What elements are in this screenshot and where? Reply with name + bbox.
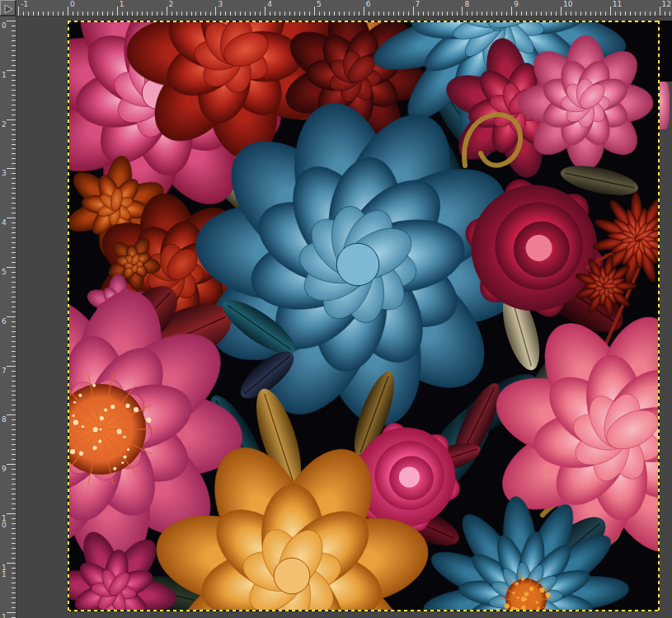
play-triangle-icon: [2, 3, 14, 15]
ruler-tick: [329, 12, 330, 16]
ruler-tick: [398, 12, 399, 16]
ruler-tick: [73, 12, 73, 16]
ruler-number: 4: [267, 1, 272, 7]
ruler-tick: [172, 12, 172, 16]
ruler-tick: [53, 12, 54, 16]
ruler-tick: [12, 178, 16, 179]
ruler-tick: [610, 7, 611, 16]
image-canvas[interactable]: [68, 21, 660, 611]
vertical-ruler[interactable]: 01234567891 01 11 2: [0, 16, 16, 618]
ruler-tick: [339, 12, 340, 16]
ruler-tick: [12, 183, 16, 184]
ruler-tick: [12, 499, 16, 499]
ruler-tick: [452, 12, 453, 16]
ruler-tick: [12, 429, 16, 430]
ruler-tick: [122, 12, 123, 16]
ruler-tick: [265, 7, 266, 16]
ruler-tick: [7, 119, 16, 120]
ruler-tick: [18, 7, 19, 16]
ruler-number: 12: [662, 1, 671, 7]
ruler-tick: [12, 508, 16, 509]
ruler-number: 1: [120, 1, 125, 7]
ruler-tick: [590, 12, 591, 16]
ruler-tick: [7, 414, 16, 415]
ruler-tick: [536, 12, 537, 16]
ruler-tick: [12, 272, 16, 273]
ruler-tick: [12, 583, 16, 583]
ruler-tick: [260, 12, 261, 16]
ruler-tick: [12, 449, 16, 450]
ruler-tick: [620, 12, 621, 16]
layer-boundary-bottom: [68, 610, 660, 611]
ruler-tick: [12, 400, 16, 400]
ruler-tick: [12, 153, 16, 154]
ruler-tick: [442, 12, 443, 16]
ruler-tick: [147, 12, 148, 16]
ruler-tick: [28, 12, 29, 16]
ruler-tick: [12, 90, 16, 91]
ruler-corner-button[interactable]: [0, 0, 16, 16]
ruler-tick: [43, 12, 44, 16]
ruler-tick: [12, 85, 16, 86]
ruler-number: 10: [563, 1, 572, 7]
ruler-number: 5: [2, 269, 7, 275]
ruler-tick: [12, 252, 16, 253]
ruler-number: 0: [70, 1, 75, 7]
ruler-tick: [186, 12, 187, 16]
ruler-tick: [571, 12, 571, 16]
ruler-tick: [294, 12, 295, 16]
ruler-tick: [561, 7, 562, 16]
ruler-tick: [496, 12, 497, 16]
ruler-tick: [12, 222, 16, 223]
ruler-tick: [364, 7, 364, 16]
ruler-tick: [12, 489, 16, 489]
ruler-tick: [92, 12, 93, 16]
ruler-tick: [7, 168, 16, 169]
ruler-tick: [12, 518, 16, 519]
ruler-tick: [299, 12, 300, 16]
ruler-tick: [12, 391, 16, 391]
ruler-tick: [12, 30, 16, 31]
ruler-tick: [117, 7, 118, 16]
canvas-overflow-petal: [660, 82, 670, 129]
ruler-tick: [12, 459, 16, 460]
ruler-number: 9: [2, 466, 7, 472]
ruler-tick: [334, 12, 335, 16]
ruler-tick: [97, 12, 98, 16]
ruler-number: 9: [514, 1, 519, 7]
ruler-tick: [12, 144, 16, 145]
ruler-tick: [12, 553, 16, 554]
ruler-tick: [12, 232, 16, 233]
ruler-tick: [12, 395, 16, 396]
ruler-tick: [38, 12, 39, 16]
ruler-tick: [87, 12, 88, 16]
ruler-tick: [12, 592, 16, 593]
ruler-number: 6: [2, 318, 7, 325]
ruler-tick: [12, 479, 16, 480]
ruler-tick: [615, 12, 616, 16]
ruler-tick: [566, 12, 566, 16]
layer-boundary-left: [68, 21, 69, 611]
horizontal-ruler[interactable]: -10123456789101112: [16, 0, 672, 16]
ruler-tick: [12, 134, 16, 135]
ruler-tick: [12, 346, 16, 347]
ruler-tick: [576, 12, 576, 16]
ruler-tick: [506, 12, 507, 16]
ruler-tick: [195, 12, 196, 16]
ruler-tick: [645, 12, 646, 16]
ruler-tick: [181, 12, 182, 16]
ruler-tick: [12, 538, 16, 539]
ruler-tick: [142, 12, 143, 16]
ruler-tick: [12, 410, 16, 410]
ruler-tick: [12, 193, 16, 194]
ruler-tick: [12, 588, 16, 588]
ruler-tick: [12, 351, 16, 352]
ruler-number: 11: [613, 1, 622, 7]
ruler-tick: [33, 12, 34, 16]
ruler-tick: [12, 105, 16, 105]
ruler-tick: [7, 513, 16, 514]
ruler-tick: [107, 12, 108, 16]
ruler-tick: [12, 573, 16, 574]
ruler-tick: [12, 35, 16, 36]
ruler-tick: [655, 12, 656, 16]
